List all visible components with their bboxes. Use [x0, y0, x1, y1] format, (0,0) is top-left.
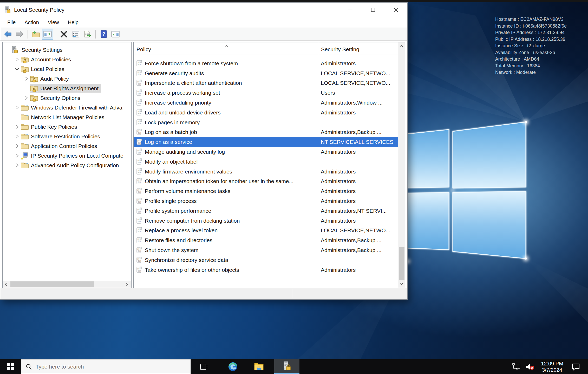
policy-name-cell: Generate security audits [145, 70, 318, 76]
tree-expander-icon[interactable] [4, 47, 11, 53]
tree-item[interactable]: Security Settings [3, 45, 131, 55]
status-bar-divider [293, 289, 293, 298]
taskbar-search[interactable] [21, 359, 191, 374]
menu-help[interactable]: Help [63, 17, 83, 28]
tree-item[interactable]: Audit Policy [3, 74, 131, 83]
scrollbar-thumb[interactable] [399, 247, 404, 280]
maximize-button[interactable] [362, 3, 384, 17]
volume-muted-icon [525, 363, 535, 371]
tree-expander-icon[interactable] [14, 66, 20, 73]
tree-item[interactable]: Advanced Audit Policy Configuration [3, 160, 131, 170]
edge-button[interactable] [224, 359, 242, 374]
taskbar: 12:09 PM 3/7/2024 [0, 359, 588, 374]
network-tray-button[interactable] [510, 359, 523, 374]
tree-item[interactable]: IP Security Policies on Local Compute [3, 151, 131, 160]
tree-item[interactable]: Software Restriction Policies [3, 132, 131, 141]
policy-row[interactable]: 10010 Obtain an impersonation token for … [134, 177, 398, 186]
svg-text:10: 10 [137, 179, 139, 181]
policy-row[interactable]: 10010 Synchronize directory service data [134, 255, 398, 265]
properties-button[interactable] [70, 29, 81, 40]
search-input[interactable] [36, 364, 171, 370]
policy-row[interactable]: 10010 Take ownership of files or other o… [134, 265, 398, 275]
column-header-security-setting[interactable]: Security Setting [319, 42, 405, 55]
up-one-level-button[interactable] [30, 29, 41, 40]
volume-tray-button[interactable] [523, 359, 537, 374]
policy-row[interactable]: 10010 Force shutdown from a remote syste… [134, 59, 398, 68]
tree-item[interactable]: Application Control Policies [3, 141, 131, 151]
tree-expander-icon[interactable] [14, 143, 20, 150]
scrollbar-thumb[interactable] [10, 281, 94, 287]
tree-item-label: Security Options [40, 95, 80, 101]
policy-row[interactable]: 10010 Restore files and directories Admi… [134, 235, 398, 245]
instance-info-line: Hostname : EC2AMAZ-FAN98V3 [495, 16, 567, 23]
tree-expander-icon[interactable] [14, 152, 20, 159]
policy-row[interactable]: 10010 Log on as a batch job Administrato… [134, 127, 398, 137]
tree-expander-icon[interactable] [14, 133, 20, 140]
tree-item-icon [30, 94, 38, 102]
forward-button[interactable] [14, 29, 25, 40]
scroll-left-arrow[interactable] [3, 281, 9, 288]
tree-item[interactable]: Windows Defender Firewall with Adva [3, 103, 131, 112]
tree-horizontal-scrollbar[interactable] [3, 281, 131, 288]
tree-expander-icon[interactable] [14, 114, 20, 121]
policy-name-cell: Log on as a batch job [145, 129, 318, 135]
policy-row[interactable]: 10010 Increase a process working set Use… [134, 88, 398, 98]
close-button[interactable] [384, 3, 407, 17]
tree-expander-icon[interactable] [23, 85, 30, 92]
action-center-button[interactable] [567, 359, 584, 374]
policy-row[interactable]: 10010 Replace a process level token LOCA… [134, 226, 398, 236]
app-icon[interactable] [4, 6, 11, 14]
show-console-tree-button[interactable] [42, 29, 53, 40]
list-vertical-scrollbar[interactable] [398, 42, 405, 288]
tree-item[interactable]: Local Policies [3, 64, 131, 74]
policy-row[interactable]: 10010 Modify firmware environment values… [134, 167, 398, 177]
tree-item[interactable]: Account Policies [3, 55, 131, 64]
tree-item[interactable]: Public Key Policies [3, 122, 131, 132]
policy-row[interactable]: 10010 Profile single process Administrat… [134, 196, 398, 206]
tree-expander-icon[interactable] [23, 95, 30, 101]
scroll-down-arrow[interactable] [398, 280, 405, 287]
tree-expander-icon[interactable] [14, 162, 20, 169]
policy-row[interactable]: 10010 Log on as a service NT SERVICE\ALL… [134, 137, 398, 147]
policy-row[interactable]: 10010 Profile system performance Adminis… [134, 206, 398, 216]
show-action-pane-button[interactable] [110, 29, 121, 40]
local-security-policy-taskbar-button[interactable] [274, 359, 299, 374]
tree-expander-icon[interactable] [14, 104, 20, 111]
tree-item-label: Account Policies [31, 56, 71, 63]
tree-expander-icon[interactable] [14, 56, 20, 63]
menu-action[interactable]: Action [20, 17, 43, 28]
policy-row[interactable]: 10010 Remove computer from docking stati… [134, 216, 398, 226]
policy-name-cell: Impersonate a client after authenticatio… [145, 80, 318, 86]
menu-view[interactable]: View [43, 17, 63, 28]
tree-expander-icon[interactable] [14, 124, 20, 130]
file-explorer-button[interactable] [250, 359, 268, 374]
policy-row[interactable]: 10010 Manage auditing and security log A… [134, 147, 398, 157]
task-view-button[interactable] [194, 359, 213, 374]
policy-row[interactable]: 10010 Perform volume maintenance tasks A… [134, 186, 398, 196]
tree-item-label: Application Control Policies [31, 143, 97, 149]
tree-item[interactable]: User Rights Assignment [3, 83, 131, 93]
policy-document-icon: 10010 [136, 208, 142, 214]
back-button[interactable] [2, 29, 13, 40]
policy-row[interactable]: 10010 Shut down the system Administrator… [134, 245, 398, 255]
policy-row[interactable]: 10010 Lock pages in memory [134, 118, 398, 127]
export-list-button[interactable] [82, 29, 93, 40]
tree-expander-icon[interactable] [23, 75, 30, 82]
help-button[interactable]: ? [98, 29, 109, 40]
tree-item[interactable]: Security Options [3, 93, 131, 103]
tree-item-icon [30, 85, 38, 92]
delete-button[interactable] [58, 29, 69, 40]
tree-item[interactable]: Network List Manager Policies [3, 112, 131, 122]
policy-row[interactable]: 10010 Impersonate a client after authent… [134, 78, 398, 88]
scroll-up-arrow[interactable] [398, 43, 405, 50]
security-setting-cell: Administrators,Backup ... [318, 237, 398, 243]
taskbar-clock[interactable]: 12:09 PM 3/7/2024 [537, 359, 567, 374]
policy-row[interactable]: 10010 Generate security audits LOCAL SER… [134, 68, 398, 78]
policy-row[interactable]: 10010 Load and unload device drivers Adm… [134, 108, 398, 118]
minimize-button[interactable] [339, 3, 362, 17]
scroll-right-arrow[interactable] [123, 281, 130, 288]
start-button[interactable] [0, 359, 21, 374]
menu-file[interactable]: File [3, 17, 20, 28]
policy-row[interactable]: 10010 Modify an object label [134, 157, 398, 167]
policy-row[interactable]: 10010 Increase scheduling priority Admin… [134, 98, 398, 108]
